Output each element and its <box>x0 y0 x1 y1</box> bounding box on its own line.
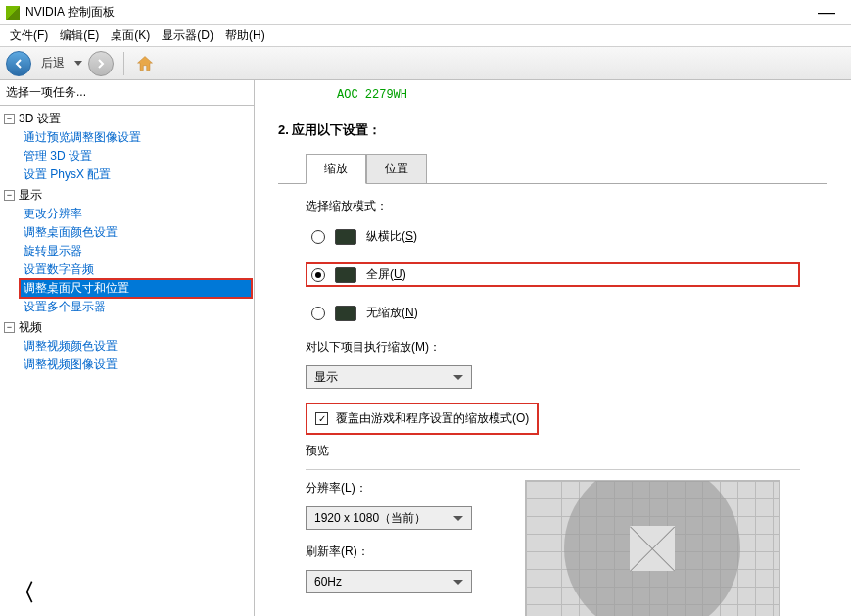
radio-aspect-label: 纵横比(S) <box>366 228 417 245</box>
sidebar: 选择一项任务... −3D 设置 通过预览调整图像设置 管理 3D 设置 设置 … <box>0 80 255 616</box>
radio-fullscreen-label: 全屏(U) <box>366 266 406 283</box>
back-button[interactable] <box>6 51 31 76</box>
radio-icon <box>311 268 325 282</box>
title-bar: NVIDIA 控制面板 — <box>0 0 851 25</box>
monitor-icon <box>335 267 356 283</box>
perform-scaling-label: 对以下项目执行缩放(M)： <box>306 339 800 355</box>
monitor-name: AOC 2279WH <box>337 88 827 102</box>
tree-item-multi-display[interactable]: 设置多个显示器 <box>20 298 252 316</box>
tree-item-rotate[interactable]: 旋转显示器 <box>20 242 252 261</box>
radio-fullscreen[interactable]: 全屏(U) <box>306 262 800 287</box>
tree-group-display: −显示 更改分辨率 调整桌面颜色设置 旋转显示器 设置数字音频 调整桌面尺寸和位… <box>2 186 252 316</box>
checkbox-icon: ✓ <box>315 412 328 425</box>
override-scaling-checkbox[interactable]: ✓ 覆盖由游戏和程序设置的缩放模式(O) <box>306 403 539 435</box>
radio-aspect-ratio[interactable]: 纵横比(S) <box>306 224 800 249</box>
back-label: 后退 <box>41 55 65 71</box>
scale-tab-panel: 选择缩放模式： 纵横比(S) 全屏(U) 无缩放(N) 对以下项目执行缩放(M)… <box>278 183 827 616</box>
nvidia-logo-icon <box>6 6 20 20</box>
scale-mode-label: 选择缩放模式： <box>306 198 800 214</box>
menu-desktop[interactable]: 桌面(K) <box>105 27 156 44</box>
forward-button[interactable] <box>88 51 114 76</box>
collapse-icon[interactable]: − <box>4 322 15 333</box>
main-area: 选择一项任务... −3D 设置 通过预览调整图像设置 管理 3D 设置 设置 … <box>0 80 851 616</box>
radio-no-scaling[interactable]: 无缩放(N) <box>306 301 800 325</box>
back-history-dropdown[interactable] <box>74 61 82 66</box>
refresh-rate-label: 刷新率(R)： <box>306 544 501 560</box>
toolbar-separator <box>123 52 124 75</box>
monitor-icon <box>335 306 356 321</box>
override-scaling-label: 覆盖由游戏和程序设置的缩放模式(O) <box>336 410 529 427</box>
menu-help[interactable]: 帮助(H) <box>219 27 271 44</box>
divider <box>306 469 800 470</box>
tab-bar: 缩放 位置 <box>306 153 827 183</box>
home-button[interactable] <box>134 53 156 74</box>
resolution-select[interactable]: 1920 x 1080（当前） <box>306 506 472 530</box>
refresh-rate-select[interactable]: 60Hz <box>306 570 472 593</box>
tree-item-digital-audio[interactable]: 设置数字音频 <box>20 261 252 279</box>
sidebar-header: 选择一项任务... <box>0 80 254 106</box>
tree-group-display-label[interactable]: −显示 <box>2 186 252 205</box>
preview-grid <box>525 480 780 616</box>
menu-file[interactable]: 文件(F) <box>4 27 54 44</box>
monitor-icon <box>335 229 356 245</box>
tree-item-desktop-color[interactable]: 调整桌面颜色设置 <box>20 223 252 242</box>
radio-icon <box>311 230 325 244</box>
collapse-icon[interactable]: − <box>4 114 15 124</box>
tree-item-resolution[interactable]: 更改分辨率 <box>20 205 252 223</box>
radio-none-label: 无缩放(N) <box>366 305 418 321</box>
preview-label: 预览 <box>306 443 800 459</box>
menu-display[interactable]: 显示器(D) <box>156 27 219 44</box>
preview-center-icon <box>630 526 675 571</box>
menu-bar: 文件(F) 编辑(E) 桌面(K) 显示器(D) 帮助(H) <box>0 25 851 47</box>
tree-item-desktop-size-position[interactable]: 调整桌面尺寸和位置 <box>20 279 252 298</box>
section-heading: 2. 应用以下设置： <box>278 121 827 139</box>
toolbar: 后退 <box>0 47 851 80</box>
tree-group-3d: −3D 设置 通过预览调整图像设置 管理 3D 设置 设置 PhysX 配置 <box>2 110 252 184</box>
perform-scaling-select[interactable]: 显示 <box>306 365 472 389</box>
task-tree: −3D 设置 通过预览调整图像设置 管理 3D 设置 设置 PhysX 配置 −… <box>0 106 254 569</box>
tab-position[interactable]: 位置 <box>366 154 427 184</box>
tree-item-video-color[interactable]: 调整视频颜色设置 <box>20 337 252 355</box>
minimize-button[interactable]: — <box>808 2 845 23</box>
content-panel: AOC 2279WH 2. 应用以下设置： 缩放 位置 选择缩放模式： 纵横比(… <box>255 80 851 616</box>
tree-item-manage-3d[interactable]: 管理 3D 设置 <box>20 147 252 166</box>
tree-item-video-image[interactable]: 调整视频图像设置 <box>20 355 252 374</box>
collapse-icon[interactable]: − <box>4 190 15 201</box>
radio-icon <box>311 307 325 320</box>
menu-edit[interactable]: 编辑(E) <box>54 27 105 44</box>
tree-group-video-label[interactable]: −视频 <box>2 318 252 337</box>
window-title: NVIDIA 控制面板 <box>25 4 115 21</box>
resolution-label: 分辨率(L)： <box>306 480 501 497</box>
preview-section: 分辨率(L)： 1920 x 1080（当前） 刷新率(R)： 60Hz 本机分… <box>306 480 800 616</box>
tree-group-video: −视频 调整视频颜色设置 调整视频图像设置 <box>2 318 252 374</box>
tree-group-3d-label[interactable]: −3D 设置 <box>2 110 252 128</box>
sidebar-back-chevron[interactable]: 〈 <box>12 577 242 608</box>
tab-scale[interactable]: 缩放 <box>306 154 366 184</box>
tree-item-preview-3d[interactable]: 通过预览调整图像设置 <box>20 128 252 147</box>
tree-item-physx[interactable]: 设置 PhysX 配置 <box>20 166 252 184</box>
